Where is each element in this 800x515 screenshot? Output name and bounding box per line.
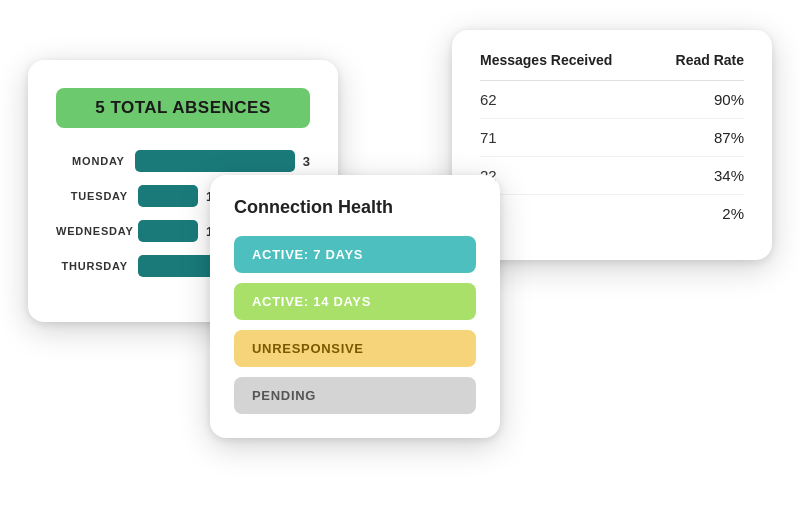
connection-card: Connection Health ACTIVE: 7 DAYS ACTIVE:…: [210, 175, 500, 438]
readrate-value: 2%: [654, 195, 744, 233]
absence-bar-tuesday: [138, 185, 198, 207]
table-row: 22 34%: [480, 157, 744, 195]
absences-title-bar: 5 TOTAL ABSENCES: [56, 88, 310, 128]
scene: 5 TOTAL ABSENCES MONDAY 3 TUESDAY 1 WEDN…: [0, 0, 800, 515]
table-row: 71 87%: [480, 119, 744, 157]
messages-value: 62: [480, 81, 654, 119]
table-row: 2%: [480, 195, 744, 233]
messages-card: Messages Received Read Rate 62 90% 71 87…: [452, 30, 772, 260]
absence-bar-wednesday: [138, 220, 198, 242]
messages-col-header: Messages Received: [480, 52, 654, 81]
messages-value: [480, 195, 654, 233]
readrate-value: 34%: [654, 157, 744, 195]
readrate-value: 87%: [654, 119, 744, 157]
absence-label-wednesday: WEDNESDAY: [56, 225, 138, 237]
absence-count-monday: 3: [303, 154, 310, 169]
absence-label-monday: MONDAY: [56, 155, 135, 167]
badge-active14: ACTIVE: 14 DAYS: [234, 283, 476, 320]
messages-table: Messages Received Read Rate 62 90% 71 87…: [480, 52, 744, 232]
badge-pending: PENDING: [234, 377, 476, 414]
absence-row-monday: MONDAY 3: [56, 150, 310, 172]
readrate-col-header: Read Rate: [654, 52, 744, 81]
connection-title: Connection Health: [234, 197, 476, 218]
absence-label-thursday: THURSDAY: [56, 260, 138, 272]
absence-label-tuesday: TUESDAY: [56, 190, 138, 202]
table-row: 62 90%: [480, 81, 744, 119]
messages-value: 22: [480, 157, 654, 195]
readrate-value: 90%: [654, 81, 744, 119]
absences-title: 5 TOTAL ABSENCES: [95, 98, 271, 117]
messages-value: 71: [480, 119, 654, 157]
absence-bar-monday: [135, 150, 295, 172]
badge-unresponsive: UNRESPONSIVE: [234, 330, 476, 367]
badge-active7: ACTIVE: 7 DAYS: [234, 236, 476, 273]
absence-bar-wrap-monday: 3: [135, 150, 310, 172]
